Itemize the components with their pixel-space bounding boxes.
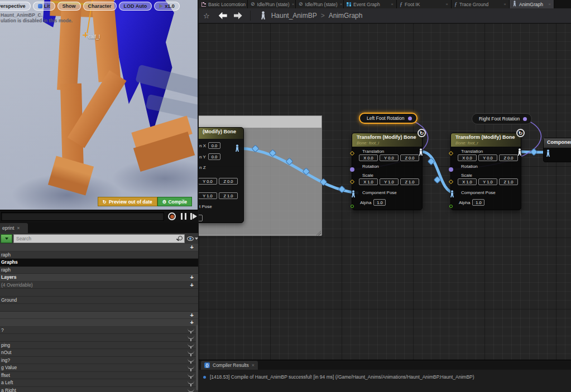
value-box[interactable]: Y 1.0 xyxy=(478,178,497,185)
value-box[interactable]: Z 0.0 xyxy=(219,178,238,185)
tab-idle-run-state-[interactable]: ⊘Idle/Run (state)× xyxy=(248,0,296,8)
eye-closed-icon[interactable] xyxy=(188,380,194,384)
close-icon[interactable]: × xyxy=(503,2,506,7)
close-icon[interactable]: × xyxy=(391,2,394,7)
add-icon[interactable]: + xyxy=(190,312,194,319)
close-icon[interactable]: × xyxy=(17,225,20,231)
value-box[interactable]: Z 0.0 xyxy=(400,154,419,161)
tab-foot-ik[interactable]: ƒFoot IK× xyxy=(397,0,452,8)
close-icon[interactable]: × xyxy=(445,2,448,7)
search-input[interactable] xyxy=(15,235,174,243)
rotation-input-pin[interactable] xyxy=(449,167,453,172)
node-eval-badge[interactable]: ↻ xyxy=(516,129,525,137)
value-box[interactable]: Z 1.0 xyxy=(400,178,419,185)
list-item-g-value[interactable]: g Value xyxy=(0,364,198,372)
rotator-output-pin[interactable] xyxy=(523,117,527,121)
eye-closed-icon[interactable] xyxy=(188,343,194,347)
eye-closed-icon[interactable] xyxy=(188,373,194,377)
eye-closed-icon[interactable] xyxy=(188,388,194,392)
list-item-ffset[interactable]: ffset xyxy=(0,372,198,380)
list-item-raph[interactable]: raph xyxy=(0,251,198,259)
playback-speed-button[interactable]: x1.0 xyxy=(154,2,180,11)
value-box[interactable]: 0.0 xyxy=(208,142,220,149)
variable-node-right-foot-rotation[interactable]: Right Foot Rotation xyxy=(472,113,532,124)
back-arrow-icon[interactable] xyxy=(219,12,227,20)
component-to-local-node[interactable]: Component T xyxy=(543,138,571,162)
pose-output-pin[interactable] xyxy=(517,148,522,156)
list-item[interactable] xyxy=(0,289,198,297)
record-button[interactable] xyxy=(168,212,176,220)
tab-idle-run-state-[interactable]: ⊘Idle/Run (state)× xyxy=(296,0,344,8)
list-item[interactable] xyxy=(0,304,198,312)
list-item[interactable]: + xyxy=(0,312,198,320)
value-box[interactable]: Y 1.0 xyxy=(199,192,217,199)
add-new-button[interactable] xyxy=(1,234,12,243)
pose-output-pin[interactable] xyxy=(418,148,424,156)
add-icon[interactable]: + xyxy=(190,319,194,326)
rotator-output-pin[interactable] xyxy=(408,117,412,120)
list-item-nout[interactable]: nOut xyxy=(0,349,198,357)
transform-bone-node-partial[interactable]: (Modify) Bone n X 0.0 n Y 0.0 n Z Y 0.0 … xyxy=(199,127,244,223)
eye-closed-icon[interactable] xyxy=(188,358,194,362)
close-icon[interactable]: × xyxy=(252,362,255,368)
eye-closed-icon[interactable] xyxy=(188,365,194,369)
scrollbar[interactable] xyxy=(196,325,198,390)
add-icon[interactable]: + xyxy=(190,282,194,289)
list-item-graphs[interactable]: Graphs xyxy=(0,259,198,267)
forward-arrow-icon[interactable] xyxy=(234,12,242,20)
value-box[interactable]: Y 0.0 xyxy=(199,178,217,185)
pose-wire-1[interactable] xyxy=(239,148,358,193)
close-icon[interactable]: × xyxy=(548,2,551,7)
value-box[interactable]: Z 0.0 xyxy=(499,154,518,161)
value-box[interactable]: X 1.0 xyxy=(458,178,477,185)
favorite-star-icon[interactable]: ☆ xyxy=(203,12,210,20)
value-box[interactable]: X 0.0 xyxy=(458,154,477,161)
close-icon[interactable]: × xyxy=(340,2,343,7)
tab-animgraph[interactable]: AnimGraph× xyxy=(510,0,554,8)
value-box[interactable]: Z 1.0 xyxy=(499,178,518,185)
bone-label-calf-l[interactable]: calf_l xyxy=(88,34,100,40)
list-item-ping[interactable]: ping xyxy=(0,342,198,350)
breadcrumb-graph[interactable]: AnimGraph xyxy=(329,12,363,20)
value-box[interactable]: 1.0 xyxy=(373,199,386,206)
preview-viewport[interactable]: calf_l Perspective Lit Show Character LO… xyxy=(0,0,198,210)
list-item-a-left[interactable]: a Left xyxy=(0,379,198,387)
alpha-input-pin[interactable] xyxy=(449,205,453,208)
value-box[interactable] xyxy=(199,215,203,221)
eye-closed-icon[interactable] xyxy=(188,335,194,339)
component-pose-input-pin[interactable] xyxy=(449,190,455,198)
eye-closed-icon[interactable] xyxy=(188,328,194,332)
show-button[interactable]: Show xyxy=(57,2,81,11)
list-item-raph[interactable]: raph xyxy=(0,267,198,274)
node-eval-badge[interactable]: ↻ xyxy=(418,129,426,137)
value-box[interactable]: Z 1.0 xyxy=(219,192,238,199)
list-item-ing-[interactable]: ing? xyxy=(0,357,198,365)
lit-button[interactable]: Lit xyxy=(33,2,55,11)
transform-bone-node-foot-l[interactable]: Transform (Modify) Bone Bone: foot_l Tra… xyxy=(352,133,423,210)
variable-node-left-foot-rotation[interactable]: Left Foot Rotation xyxy=(359,113,418,124)
tab-trace-ground[interactable]: ƒTrace Ground× xyxy=(452,0,510,8)
eye-closed-icon[interactable] xyxy=(188,350,194,354)
add-icon[interactable]: + xyxy=(190,244,194,251)
lod-auto-button[interactable]: LOD Auto xyxy=(119,2,152,11)
compile-button[interactable]: ⚙Compile xyxy=(157,197,192,206)
transform-bone-node-foot-r[interactable]: Transform (Modify) Bone Bone: foot_r Tra… xyxy=(450,133,521,210)
character-button[interactable]: Character xyxy=(83,2,117,11)
list-item--4-overridable-[interactable]: (4 Overridable)+ xyxy=(0,282,198,289)
value-box[interactable]: X 0.0 xyxy=(359,154,378,161)
step-forward-button[interactable] xyxy=(190,213,197,220)
list-item[interactable] xyxy=(0,334,198,342)
list-item-a-right[interactable]: a Right xyxy=(0,387,198,392)
alpha-input-pin[interactable] xyxy=(351,205,354,208)
list-item-ground[interactable]: Ground xyxy=(0,297,198,304)
tab-basic-locomotion[interactable]: Basic Locomotion× xyxy=(199,0,248,8)
pause-button[interactable] xyxy=(181,213,186,220)
tab-event-graph[interactable]: Event Graph× xyxy=(344,0,397,8)
value-box[interactable]: 0.0 xyxy=(208,153,220,160)
timeline-track[interactable] xyxy=(1,212,164,221)
tab-compiler-results[interactable]: {} Compiler Results × xyxy=(201,361,258,370)
list-item-layers[interactable]: Layers+ xyxy=(0,274,198,282)
breadcrumb-asset[interactable]: Haunt_AnimBP xyxy=(271,12,317,20)
pose-output-pin[interactable] xyxy=(234,144,240,152)
value-box[interactable]: X 1.0 xyxy=(359,178,378,185)
